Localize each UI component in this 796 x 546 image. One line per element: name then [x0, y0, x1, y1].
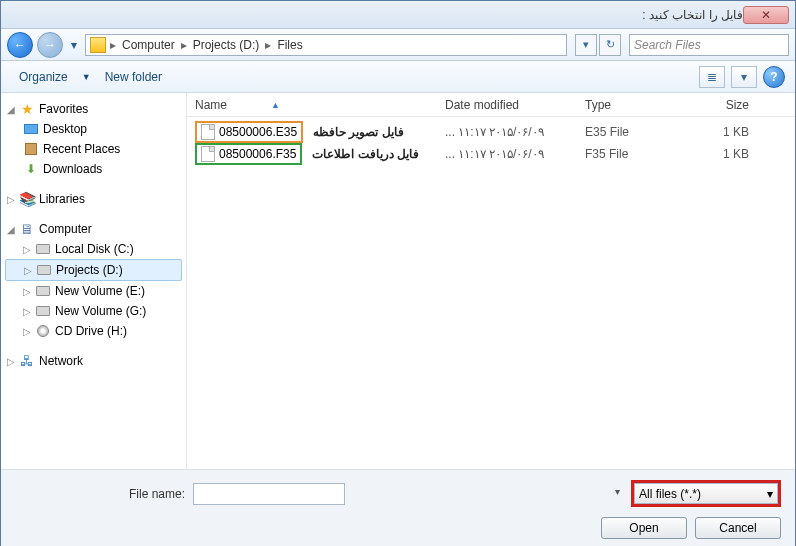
- sidebar-item-volume-g[interactable]: ▷New Volume (G:): [1, 301, 186, 321]
- sort-asc-icon: ▲: [271, 100, 280, 110]
- file-name: 08500006.F35: [219, 147, 296, 161]
- star-icon: ★: [19, 101, 35, 117]
- download-icon: ⬇: [23, 161, 39, 177]
- search-placeholder: Search Files: [634, 38, 701, 52]
- libraries-group: ▷ 📚 Libraries: [1, 189, 186, 209]
- column-name[interactable]: Name▲: [187, 98, 437, 112]
- file-row[interactable]: 08500006.E35 فایل تصویر حافظه ۲۰۱۵/۰۶/۰۹…: [187, 121, 795, 143]
- disk-icon: [37, 265, 51, 275]
- annotation-memory-image: فایل تصویر حافظه: [313, 125, 404, 139]
- expand-icon: ▷: [24, 265, 36, 276]
- libraries-header[interactable]: ▷ 📚 Libraries: [1, 189, 186, 209]
- forward-button[interactable]: →: [37, 32, 63, 58]
- sidebar-item-projects-d[interactable]: ▷Projects (D:): [5, 259, 182, 281]
- new-folder-button[interactable]: New folder: [97, 66, 170, 88]
- highlight-f35: 08500006.F35: [195, 143, 302, 165]
- computer-header[interactable]: ◢ 🖥 Computer: [1, 219, 186, 239]
- file-icon: [201, 146, 215, 162]
- network-group: ▷ 🖧 Network: [1, 351, 186, 371]
- cancel-button[interactable]: Cancel: [695, 517, 781, 539]
- cd-icon: [37, 325, 49, 337]
- computer-group: ◢ 🖥 Computer ▷Local Disk (C:) ▷Projects …: [1, 219, 186, 341]
- sidebar-item-downloads[interactable]: ⬇Downloads: [1, 159, 186, 179]
- file-size: 1 KB: [677, 125, 757, 139]
- addr-dropdown[interactable]: ▾: [575, 34, 597, 56]
- filename-dropdown[interactable]: ▾: [615, 486, 620, 497]
- expand-icon: ▷: [23, 244, 35, 255]
- breadcrumb-files[interactable]: Files: [273, 38, 306, 52]
- back-button[interactable]: ←: [7, 32, 33, 58]
- file-date: ۲۰۱۵/۰۶/۰۹ ۱۱:۱۷ ...: [437, 125, 577, 139]
- libraries-label: Libraries: [39, 192, 85, 206]
- network-header[interactable]: ▷ 🖧 Network: [1, 351, 186, 371]
- filter-highlight: All files (*.*) ▾: [631, 480, 781, 507]
- sidebar-item-localdisk-c[interactable]: ▷Local Disk (C:): [1, 239, 186, 259]
- file-icon: [201, 124, 215, 140]
- network-icon: 🖧: [19, 353, 35, 369]
- address-bar[interactable]: ▸ Computer ▸ Projects (D:) ▸ Files: [85, 34, 567, 56]
- address-tools: ▾ ↻: [575, 34, 621, 56]
- help-icon: ?: [770, 70, 777, 84]
- column-size[interactable]: Size: [677, 98, 757, 112]
- folder-icon: [90, 37, 106, 53]
- titlebar: فایل را انتخاب کنید : ✕: [1, 1, 795, 29]
- file-type: F35 File: [577, 147, 677, 161]
- window-title: فایل را انتخاب کنید :: [7, 8, 743, 22]
- chevron-down-icon: ▾: [767, 487, 773, 501]
- expand-icon: ▷: [23, 326, 35, 337]
- arrow-right-icon: →: [44, 38, 56, 52]
- sidebar-item-recent[interactable]: Recent Places: [1, 139, 186, 159]
- network-label: Network: [39, 354, 83, 368]
- disk-icon: [36, 286, 50, 296]
- organize-menu[interactable]: Organize: [11, 66, 76, 88]
- navigation-bar: ← → ▾ ▸ Computer ▸ Projects (D:) ▸ Files…: [1, 29, 795, 61]
- history-dropdown[interactable]: ▾: [67, 35, 81, 55]
- sidebar-item-cd-h[interactable]: ▷CD Drive (H:): [1, 321, 186, 341]
- body-area: ◢ ★ Favorites Desktop Recent Places ⬇Dow…: [1, 93, 795, 469]
- sidebar-item-desktop[interactable]: Desktop: [1, 119, 186, 139]
- chevron-right-icon: ▸: [263, 38, 273, 52]
- expand-icon: ▷: [7, 356, 19, 367]
- file-type: E35 File: [577, 125, 677, 139]
- view-dropdown[interactable]: ▾: [731, 66, 757, 88]
- file-type-filter[interactable]: All files (*.*) ▾: [634, 483, 778, 504]
- filter-text: All files (*.*): [639, 487, 701, 501]
- file-open-dialog: فایل را انتخاب کنید : ✕ ← → ▾ ▸ Computer…: [0, 0, 796, 546]
- disk-icon: [36, 244, 50, 254]
- file-size: 1 KB: [677, 147, 757, 161]
- breadcrumb-computer[interactable]: Computer: [118, 38, 179, 52]
- column-type[interactable]: Type: [577, 98, 677, 112]
- toolbar: Organize ▼ New folder ≣ ▾ ?: [1, 61, 795, 93]
- computer-icon: 🖥: [19, 221, 35, 237]
- close-icon: ✕: [761, 8, 771, 22]
- chevron-down-icon: ▼: [82, 72, 91, 82]
- column-date[interactable]: Date modified: [437, 98, 577, 112]
- open-button[interactable]: Open: [601, 517, 687, 539]
- collapse-icon: ◢: [7, 104, 19, 115]
- favorites-label: Favorites: [39, 102, 88, 116]
- close-button[interactable]: ✕: [743, 6, 789, 24]
- bottom-panel: File name: ▾ All files (*.*) ▾ Open Canc…: [1, 469, 795, 546]
- chevron-right-icon: ▸: [179, 38, 189, 52]
- collapse-icon: ◢: [7, 224, 19, 235]
- navigation-sidebar: ◢ ★ Favorites Desktop Recent Places ⬇Dow…: [1, 93, 187, 469]
- expand-icon: ▷: [23, 286, 35, 297]
- computer-label: Computer: [39, 222, 92, 236]
- view-options-button[interactable]: ≣: [699, 66, 725, 88]
- favorites-group: ◢ ★ Favorites Desktop Recent Places ⬇Dow…: [1, 99, 186, 179]
- file-date: ۲۰۱۵/۰۶/۰۹ ۱۱:۱۷ ...: [437, 147, 577, 161]
- filename-label: File name:: [15, 487, 185, 501]
- refresh-button[interactable]: ↻: [599, 34, 621, 56]
- search-input[interactable]: Search Files: [629, 34, 789, 56]
- libraries-icon: 📚: [19, 191, 35, 207]
- file-row[interactable]: 08500006.F35 فایل دریافت اطلاعات ۲۰۱۵/۰۶…: [187, 143, 795, 165]
- expand-icon: ▷: [23, 306, 35, 317]
- breadcrumb-projects[interactable]: Projects (D:): [189, 38, 264, 52]
- filename-input[interactable]: [193, 483, 345, 505]
- help-button[interactable]: ?: [763, 66, 785, 88]
- favorites-header[interactable]: ◢ ★ Favorites: [1, 99, 186, 119]
- annotation-receive-data: فایل دریافت اطلاعات: [312, 147, 419, 161]
- recent-icon: [25, 143, 37, 155]
- disk-icon: [36, 306, 50, 316]
- sidebar-item-volume-e[interactable]: ▷New Volume (E:): [1, 281, 186, 301]
